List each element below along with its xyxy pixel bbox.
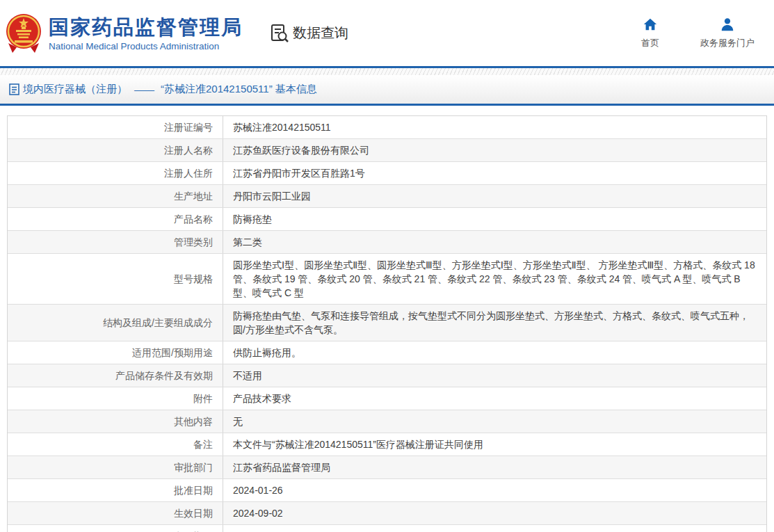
row-value: 本文件与“苏械注准20142150511”医疗器械注册证共同使用: [223, 433, 766, 456]
table-row: 产品名称 防褥疮垫: [8, 207, 766, 230]
table-row: 型号规格 圆形坐垫式Ⅰ型、圆形坐垫式Ⅱ型、圆形坐垫式Ⅲ型、方形坐垫式Ⅰ型、方形坐…: [8, 253, 766, 304]
table-row: 批准日期 2024-01-26: [8, 478, 766, 501]
row-label: 结构及组成/主要组成成分: [8, 305, 223, 341]
agency-name-en: National Medical Products Administration: [49, 41, 243, 51]
table-row: 备注 本文件与“苏械注准20142150511”医疗器械注册证共同使用: [8, 433, 766, 456]
data-query-label: 数据查询: [293, 24, 348, 42]
table-row: 其他内容 无: [8, 410, 766, 433]
row-value: 圆形坐垫式Ⅰ型、圆形坐垫式Ⅱ型、圆形坐垫式Ⅲ型、方形坐垫式Ⅰ型、方形坐垫式Ⅱ型、…: [223, 254, 766, 304]
row-value: 防褥疮垫由气垫、气泵和连接导管组成，按气垫型式不同分为圆形坐垫式、方形坐垫式、方…: [223, 305, 766, 341]
header: 国家药品监督管理局 National Medical Products Admi…: [0, 0, 774, 66]
data-query-tab[interactable]: 数据查询: [269, 23, 348, 44]
row-value: 不适用: [223, 364, 766, 387]
document-search-icon: [269, 23, 290, 44]
breadcrumb-category[interactable]: 境内医疗器械（注册）: [23, 83, 127, 96]
nav-item-gov-portal-label: 政务服务门户: [700, 37, 755, 49]
row-label: 注册人住所: [8, 162, 223, 184]
table-row: 审批部门 江苏省药品监督管理局: [8, 456, 766, 478]
row-label: 注册人名称: [8, 139, 223, 161]
row-value: 无: [223, 410, 766, 433]
row-value: 供防止褥疮用。: [223, 341, 766, 364]
hatched-band: [0, 68, 774, 75]
agency-name-cn: 国家药品监督管理局: [49, 15, 243, 39]
table-row: 注册证编号 苏械注准20142150511: [8, 116, 766, 138]
registration-info-table: 注册证编号 苏械注准20142150511 注册人名称 江苏鱼跃医疗设备股份有限…: [7, 115, 767, 532]
row-value: 防褥疮垫: [223, 208, 766, 230]
row-value: 2024-09-02: [223, 502, 766, 524]
row-label: 附件: [8, 387, 223, 410]
content: 注册证编号 苏械注准20142150511 注册人名称 江苏鱼跃医疗设备股份有限…: [0, 106, 774, 532]
page-title: “苏械注准20142150511” 基本信息: [161, 83, 317, 96]
row-value: 产品技术要求: [223, 387, 766, 410]
table-row: 注册人住所 江苏省丹阳市开发区百胜路1号: [8, 161, 766, 184]
row-value: 2029-09-01: [223, 525, 766, 532]
row-label: 适用范围/预期用途: [8, 341, 223, 364]
row-label: 生产地址: [8, 185, 223, 207]
row-value: 第二类: [223, 231, 766, 253]
breadcrumb: 境内医疗器械（注册） —— “苏械注准20142150511” 基本信息: [0, 75, 774, 106]
home-icon: [643, 17, 658, 32]
row-label: 有效期至: [8, 525, 223, 532]
nav-item-home[interactable]: 首页: [634, 17, 667, 49]
table-row: 附件 产品技术要求: [8, 387, 766, 410]
agency-logo[interactable]: 国家药品监督管理局 National Medical Products Admi…: [6, 13, 243, 54]
row-value: 江苏鱼跃医疗设备股份有限公司: [223, 139, 766, 161]
row-value: 苏械注准20142150511: [223, 116, 766, 138]
row-value: 江苏省丹阳市开发区百胜路1号: [223, 162, 766, 184]
row-label: 审批部门: [8, 456, 223, 478]
page-icon: [9, 83, 19, 95]
table-row: 结构及组成/主要组成成分 防褥疮垫由气垫、气泵和连接导管组成，按气垫型式不同分为…: [8, 304, 766, 341]
table-row: 生产地址 丹阳市云阳工业园: [8, 184, 766, 207]
person-icon: [720, 17, 735, 32]
table-row: 注册人名称 江苏鱼跃医疗设备股份有限公司: [8, 138, 766, 161]
row-label: 型号规格: [8, 254, 223, 304]
row-value: 2024-01-26: [223, 479, 766, 501]
row-value: 丹阳市云阳工业园: [223, 185, 766, 207]
table-row: 有效期至 2029-09-01: [8, 524, 766, 532]
row-label: 注册证编号: [8, 116, 223, 138]
row-label: 其他内容: [8, 410, 223, 433]
row-label: 管理类别: [8, 231, 223, 253]
page: 国家药品监督管理局 National Medical Products Admi…: [0, 0, 774, 532]
row-label: 生效日期: [8, 502, 223, 524]
table-row: 产品储存条件及有效期 不适用: [8, 364, 766, 387]
row-label: 批准日期: [8, 479, 223, 501]
table-row: 管理类别 第二类: [8, 230, 766, 253]
row-value: 江苏省药品监督管理局: [223, 456, 766, 478]
table-row: 适用范围/预期用途 供防止褥疮用。: [8, 341, 766, 364]
nav-item-gov-portal[interactable]: 政务服务门户: [700, 17, 755, 49]
table-row: 生效日期 2024-09-02: [8, 501, 766, 524]
nav-item-home-label: 首页: [641, 37, 659, 49]
top-nav: 首页 政务服务门户: [634, 17, 755, 49]
row-label: 产品储存条件及有效期: [8, 364, 223, 387]
national-emblem-icon: [6, 13, 42, 54]
breadcrumb-separator: ——: [134, 83, 154, 95]
row-label: 备注: [8, 433, 223, 456]
agency-names: 国家药品监督管理局 National Medical Products Admi…: [49, 15, 243, 51]
row-label: 产品名称: [8, 208, 223, 230]
